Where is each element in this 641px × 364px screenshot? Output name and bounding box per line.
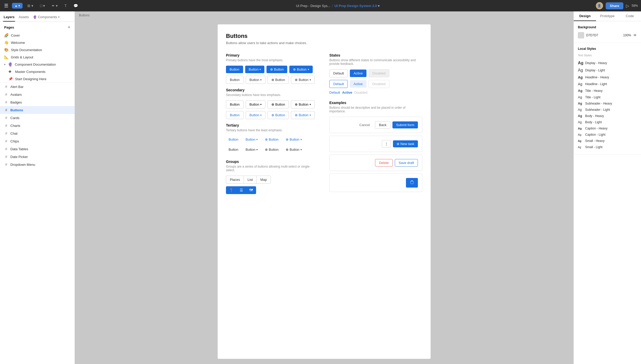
secondary-btn-dropdown[interactable]: Button ▾	[246, 100, 266, 108]
background-section: Background D7D7D7 100% 👁	[574, 21, 641, 43]
state-default-2[interactable]: Default	[329, 80, 348, 88]
sidebar-item-avatars[interactable]: # Avatars	[0, 91, 75, 98]
secondary-btn-icon[interactable]: ⊕ Button	[268, 100, 289, 108]
visibility-toggle-icon[interactable]: 👁	[633, 33, 637, 37]
primary-btn-icon-left[interactable]: ⊕ Button	[266, 66, 287, 73]
style-small-light[interactable]: Ag Small - Light	[578, 144, 637, 150]
group-list-button[interactable]: List	[244, 176, 256, 184]
sidebar-item-dropdown-menu[interactable]: # Dropdown Menu	[0, 161, 75, 168]
page-component-docs[interactable]: ▾ 🔮 Component Documentation	[0, 61, 75, 68]
style-body-heavy[interactable]: Ag Body - Heavy	[578, 113, 637, 119]
style-subheader-light[interactable]: Ag Subheader - Light	[578, 107, 637, 113]
primary-btn-solid-dropdown[interactable]: Button ▾	[245, 66, 265, 73]
page-master-components[interactable]: ❖ Master Components	[0, 68, 75, 75]
tab-code[interactable]: Code	[619, 11, 641, 21]
group-map-icon[interactable]: 🗺	[246, 186, 256, 194]
style-caption-light[interactable]: Ag Caption - Light	[578, 132, 637, 138]
page-cover[interactable]: 🌈 Cover	[0, 32, 75, 39]
secondary-btn-accent-icon[interactable]: ⊕ Button	[268, 111, 289, 119]
tertiary-btn-icon[interactable]: ⊕ Button	[262, 136, 281, 143]
secondary-btn-accent-dropdown[interactable]: Button ▾	[246, 111, 266, 119]
sidebar-item-date-picker[interactable]: # Date Picker	[0, 153, 75, 161]
page-welcome[interactable]: 👋 Welcome	[0, 39, 75, 46]
frame-tool[interactable]: ⊞ ▾	[25, 3, 35, 9]
loading-button[interactable]	[406, 178, 418, 188]
page-start-designing[interactable]: 📌 Start Designing Here	[0, 75, 75, 83]
style-body-light[interactable]: Ag Body - Light	[578, 119, 637, 125]
tertiary-btn-icon-dropdown[interactable]: ⊕ Button ▾	[283, 136, 304, 143]
secondary-btn-icon-dropdown[interactable]: ⊕ Button ▾	[291, 100, 315, 108]
style-headline-heavy[interactable]: Ag Headline - Heavy	[578, 74, 637, 81]
sidebar-item-charts[interactable]: # Charts	[0, 122, 75, 129]
sidebar-item-buttons[interactable]: # Buttons	[0, 106, 75, 114]
group-places-button[interactable]: Places	[226, 176, 244, 184]
tertiary-btn-2-icon[interactable]: ⊕ Button	[262, 146, 281, 153]
sidebar-item-cards[interactable]: # Cards	[0, 114, 75, 122]
primary-btn-solid[interactable]: Button	[226, 66, 243, 73]
state-active-2[interactable]: Active	[350, 80, 366, 88]
comment-tool[interactable]: 💬	[71, 3, 80, 9]
text-tool[interactable]: T	[62, 3, 69, 9]
menu-button[interactable]: ☰	[3, 2, 9, 10]
shape-tool[interactable]: □ ▾	[38, 3, 47, 9]
more-options-button[interactable]: ⋮	[382, 140, 391, 148]
sidebar-item-chat[interactable]: # Chat	[0, 129, 75, 137]
page-style-documentation[interactable]: 🎨 Style Documentation	[0, 46, 75, 53]
tab-layers[interactable]: Layers	[3, 13, 15, 22]
sidebar-item-alert-bar[interactable]: # Alert Bar	[0, 83, 75, 91]
tertiary-btn[interactable]: Button	[226, 136, 241, 143]
style-display-heavy[interactable]: Ag Display - Heavy	[578, 59, 637, 67]
submit-form-button[interactable]: Submit form	[392, 121, 418, 128]
secondary-btn-accent-icon-dropdown[interactable]: ⊕ Button ▾	[291, 111, 315, 119]
toolbar: ☰ ▲ ▾ ⊞ ▾ □ ▾ ✒ ▾ T 💬 UI Prep - Design S…	[0, 0, 641, 11]
save-draft-button[interactable]: Save draft	[395, 159, 418, 167]
primary-btn-outline-icon-dropdown[interactable]: ⊕ Button ▾	[291, 76, 315, 84]
background-color-swatch[interactable]	[578, 32, 584, 38]
style-title-light[interactable]: Ag Title - Light	[578, 94, 637, 100]
sidebar-item-badges[interactable]: # Badges	[0, 98, 75, 106]
secondary-btn-accent[interactable]: Button	[226, 111, 244, 119]
group-location-icon[interactable]: 📍	[226, 186, 237, 194]
play-button[interactable]: ▷	[626, 3, 629, 8]
page-grids-layout[interactable]: 📐 Grids & Layout	[0, 53, 75, 61]
secondary-btn-solid[interactable]: Button	[226, 100, 244, 108]
sidebar-item-data-tables[interactable]: # Data Tables	[0, 145, 75, 153]
style-headline-light[interactable]: Ag Headline - Light	[578, 81, 637, 87]
state-default-1[interactable]: Default	[329, 69, 348, 77]
groups-section: Groups Groups are a series of buttons al…	[226, 160, 319, 194]
new-task-button[interactable]: ⊕ New task	[393, 140, 418, 147]
tertiary-btn-2[interactable]: Button	[226, 146, 241, 153]
tab-assets[interactable]: Assets	[18, 13, 29, 22]
state-active-1[interactable]: Active	[350, 70, 366, 77]
tertiary-btn-2-dropdown[interactable]: Button ▾	[243, 146, 261, 153]
pen-tool[interactable]: ✒ ▾	[50, 3, 60, 9]
group-list-icon[interactable]: ☰	[237, 186, 246, 194]
panel-tabs: Layers Assets 🔮 Components ▾	[0, 11, 75, 22]
style-title-heavy[interactable]: Ag Title - Heavy	[578, 87, 637, 94]
style-small-heavy[interactable]: Ag Small - Heavy	[578, 138, 637, 144]
left-sections: Primary Primary buttons have the most em…	[226, 53, 319, 197]
cancel-button[interactable]: Cancel	[356, 121, 373, 128]
tab-design[interactable]: Design	[574, 11, 596, 21]
state-default-3[interactable]: Default	[329, 91, 340, 94]
primary-btn-outline-icon[interactable]: ⊕ Button	[268, 76, 289, 84]
back-button[interactable]: Back	[375, 121, 390, 129]
style-display-light[interactable]: Ag Display - Light	[578, 67, 637, 74]
delete-button[interactable]: Delete	[375, 159, 393, 167]
cursor-tool[interactable]: ▲ ▾	[12, 3, 23, 9]
add-page-button[interactable]: +	[68, 25, 70, 30]
style-subheader-heavy[interactable]: Ag Subheader - Heavy	[578, 100, 637, 107]
state-active-3[interactable]: Active	[342, 91, 352, 94]
primary-btn-outline-dropdown[interactable]: Button ▾	[246, 76, 266, 84]
tertiary-label: Tertiary	[226, 123, 319, 127]
group-map-button[interactable]: Map	[256, 176, 271, 184]
tertiary-btn-dropdown[interactable]: Button ▾	[243, 136, 261, 143]
share-button[interactable]: Share	[606, 2, 623, 9]
tertiary-btn-2-icon-dropdown[interactable]: ⊕ Button ▾	[283, 146, 304, 153]
primary-btn-icon-dropdown[interactable]: ⊕ Button ▾	[289, 66, 312, 73]
tab-components[interactable]: 🔮 Components ▾	[32, 13, 60, 22]
primary-btn-outline[interactable]: Button	[226, 76, 244, 84]
style-caption-heavy[interactable]: Ag Caption - Heavy	[578, 125, 637, 132]
sidebar-item-chips[interactable]: # Chips	[0, 137, 75, 145]
tab-prototype[interactable]: Prototype	[596, 11, 618, 21]
